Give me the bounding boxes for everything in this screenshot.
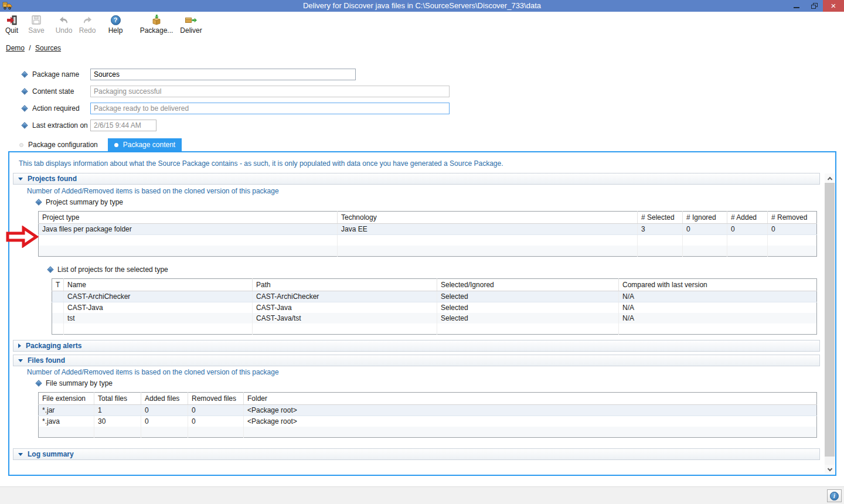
table-cell bbox=[52, 323, 64, 335]
form-row: Last extraction on bbox=[0, 120, 450, 131]
package-box-icon bbox=[151, 14, 162, 26]
table-cell: 0 bbox=[141, 416, 188, 427]
column-header-added-files[interactable]: Added files bbox=[141, 393, 188, 405]
column-header--added[interactable]: # Added bbox=[727, 212, 768, 224]
close-button[interactable]: × bbox=[823, 0, 844, 12]
quit-button[interactable]: Quit bbox=[1, 14, 22, 40]
diamond-icon bbox=[21, 105, 28, 111]
window-controls: × bbox=[788, 0, 844, 12]
table-cell: CAST-ArchiChecker bbox=[64, 291, 253, 302]
application-window: Delivery for Discover java files in C:\S… bbox=[0, 0, 844, 504]
table-header-row: TNamePathSelected/IgnoredCompared with l… bbox=[52, 279, 817, 291]
scroll-up-button[interactable] bbox=[825, 173, 835, 183]
table-cell bbox=[39, 235, 338, 246]
table-cell: N/A bbox=[619, 291, 817, 302]
table-cell: Selected bbox=[437, 291, 619, 302]
column-header--ignored[interactable]: # Ignored bbox=[683, 212, 727, 224]
restore-button[interactable] bbox=[805, 0, 823, 12]
section-title: Projects found bbox=[28, 175, 77, 183]
section-header-log-summary[interactable]: Log summary bbox=[13, 448, 820, 460]
table-cell bbox=[683, 246, 727, 257]
column-header-total-files[interactable]: Total files bbox=[94, 393, 141, 405]
table-header-row: Project typeTechnology# Selected# Ignore… bbox=[39, 212, 817, 224]
action-required-input[interactable] bbox=[90, 103, 450, 114]
field-label: Action required bbox=[32, 104, 90, 113]
toolbar-label: Redo bbox=[79, 26, 96, 35]
vertical-scrollbar[interactable] bbox=[825, 173, 835, 474]
toolbar-label: Deliver bbox=[180, 26, 202, 35]
table-cell bbox=[727, 246, 768, 257]
column-header-technology[interactable]: Technology bbox=[338, 212, 638, 224]
form-row: Content state bbox=[0, 86, 450, 97]
table-cell: 0 bbox=[727, 224, 768, 235]
breadcrumb-link-demo[interactable]: Demo bbox=[6, 44, 25, 52]
column-header-file-extension[interactable]: File extension bbox=[39, 393, 94, 405]
info-icon: i bbox=[830, 492, 839, 500]
window-title: Delivery for Discover java files in C:\S… bbox=[0, 0, 844, 12]
table-row[interactable]: *.jar100<Package root> bbox=[39, 405, 817, 416]
tab-package-content[interactable]: Package content bbox=[108, 138, 182, 151]
table-cell bbox=[52, 302, 64, 314]
table-row[interactable]: tstCAST-Java/tstSelectedN/A bbox=[52, 313, 817, 323]
table-cell bbox=[244, 427, 817, 438]
info-button[interactable]: i bbox=[827, 489, 842, 502]
column-header--selected[interactable]: # Selected bbox=[638, 212, 683, 224]
column-header-selected-ignored[interactable]: Selected/Ignored bbox=[437, 279, 619, 291]
panel-content: This tab displays information about what… bbox=[9, 152, 835, 475]
column-header-compared-with-last-version[interactable]: Compared with last version bbox=[619, 279, 817, 291]
scrollbar-track[interactable] bbox=[825, 183, 835, 465]
section-header-files-found[interactable]: Files found bbox=[13, 355, 820, 366]
table-cell: Java EE bbox=[338, 224, 638, 235]
table-cell bbox=[768, 235, 817, 246]
table-cell: *.java bbox=[39, 416, 94, 427]
column-header-removed-files[interactable]: Removed files bbox=[188, 393, 244, 405]
table-cell bbox=[768, 246, 817, 257]
tab-bullet-icon bbox=[114, 143, 118, 147]
scroll-down-button[interactable] bbox=[825, 465, 835, 474]
table-row[interactable]: CAST-ArchiCheckerCAST-ArchiCheckerSelect… bbox=[52, 291, 817, 302]
column-header-folder[interactable]: Folder bbox=[244, 393, 817, 405]
toolbar-label: Package... bbox=[140, 26, 173, 35]
table-cell bbox=[338, 246, 638, 257]
close-icon: × bbox=[831, 1, 836, 11]
deliver-box-icon bbox=[185, 14, 198, 26]
empty-row bbox=[39, 427, 817, 438]
table-cell bbox=[253, 323, 437, 335]
undo-button: Undo bbox=[53, 14, 75, 40]
section-title: Log summary bbox=[28, 450, 74, 458]
table-cell bbox=[188, 427, 244, 438]
table-row[interactable]: *.java3000<Package root> bbox=[39, 416, 817, 427]
tab-bar: Package configuration Package content bbox=[0, 138, 182, 151]
content-state-input[interactable] bbox=[90, 86, 450, 97]
chevron-up-icon bbox=[827, 176, 832, 181]
help-button[interactable]: ? Help bbox=[106, 14, 125, 40]
package-name-input[interactable] bbox=[90, 69, 356, 80]
column-header-path[interactable]: Path bbox=[253, 279, 437, 291]
breadcrumb-link-sources[interactable]: Sources bbox=[35, 44, 61, 52]
column-header-t[interactable]: T bbox=[52, 279, 64, 291]
column-header-project-type[interactable]: Project type bbox=[39, 212, 338, 224]
empty-row bbox=[39, 235, 817, 246]
diamond-icon bbox=[21, 122, 28, 128]
deliver-button[interactable]: Deliver bbox=[176, 14, 206, 40]
project-list-table: TNamePathSelected/IgnoredCompared with l… bbox=[52, 278, 817, 335]
column-header--removed[interactable]: # Removed bbox=[768, 212, 817, 224]
table-cell: N/A bbox=[619, 313, 817, 323]
diamond-icon bbox=[35, 199, 42, 205]
column-header-name[interactable]: Name bbox=[64, 279, 253, 291]
diamond-icon bbox=[47, 266, 53, 273]
undo-arrow-icon bbox=[59, 14, 69, 26]
help-question-icon: ? bbox=[111, 14, 121, 26]
package-button[interactable]: Package... bbox=[138, 14, 175, 40]
scrollbar-thumb[interactable] bbox=[825, 183, 835, 457]
table-row[interactable]: CAST-JavaCAST-JavaSelectedN/A bbox=[52, 302, 817, 314]
last-extraction-input[interactable] bbox=[90, 120, 156, 131]
section-header-projects-found[interactable]: Projects found bbox=[13, 173, 820, 185]
table-row[interactable]: Java files per package folderJava EE3000 bbox=[39, 224, 817, 235]
section-header-packaging-alerts[interactable]: Packaging alerts bbox=[13, 340, 820, 352]
minimize-button[interactable] bbox=[788, 0, 805, 12]
tab-label: Package configuration bbox=[28, 141, 98, 149]
tab-package-configuration[interactable]: Package configuration bbox=[13, 138, 104, 151]
table-cell bbox=[338, 235, 638, 246]
tab-bullet-icon bbox=[19, 143, 23, 147]
